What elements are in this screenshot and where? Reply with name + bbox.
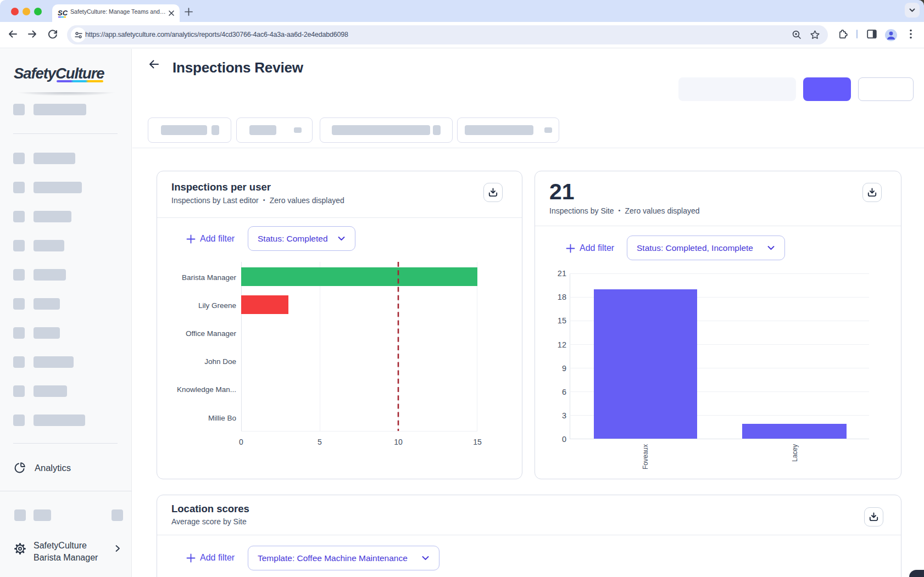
svg-text:SC: SC [58,9,68,17]
